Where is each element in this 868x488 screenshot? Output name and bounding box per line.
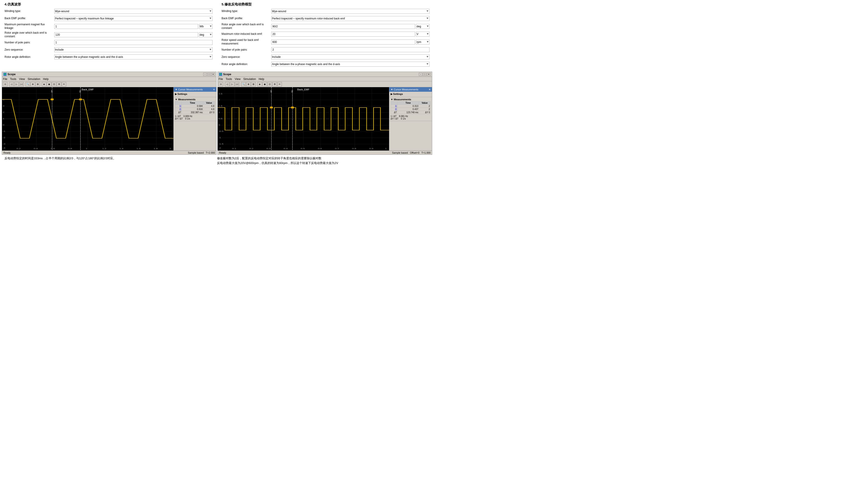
svg-text:0.5: 0.5 [218,118,222,120]
right-maxbackemf-unit[interactable]: V [416,32,430,37]
right-offset-value: Offset=0 [410,151,420,154]
right-rotorspeed-unit[interactable]: rpm [416,39,430,44]
left-backemf-select[interactable]: Perfect trapezoid – specify maximum flux… [54,16,213,21]
left-tb-zoom-out[interactable]: ◁ [9,82,14,87]
left-cursor-table: Time Value 1| 0.584 4.8 [175,101,215,114]
left-scope-plot[interactable]: Back_EMF [2,87,174,151]
right-tb-param2[interactable]: ◉ [262,82,267,87]
left-tb-print[interactable]: ⊙ [3,82,7,87]
right-waveform-svg: 1 2 2.5 2 1.5 1 0.5 0 -0.5 -1 -1.5 -2 [218,87,389,151]
left-tb-step[interactable]: ▷| [19,82,24,87]
right-tb-param1[interactable]: ◈ [257,82,262,87]
right-menu-tools[interactable]: Tools [225,77,232,80]
svg-text:1.5: 1.5 [218,105,222,107]
left-rotorangle-input[interactable] [54,32,198,37]
right-annotation-line2: 反电动势最大值为20V@600rpm，仿真的转速为60rpm，所以这个转速下反电… [217,161,430,166]
right-rotorangle-input[interactable] [271,24,415,29]
right-tb-print[interactable]: ⊙ [219,82,223,87]
left-scope-icon [3,73,6,76]
left-fluxlinkage-unit[interactable]: Wb [199,24,213,29]
right-rotorangdef-select[interactable]: Angle between the a-phase magnetic axis … [271,62,430,67]
left-rotorangdef-select[interactable]: Angle between the a-phase magnetic axis … [54,55,213,59]
left-tb-fit[interactable]: ⊞ [35,82,40,87]
left-polepairs-input[interactable] [54,40,213,45]
right-cursor-row2-value: 2 [419,108,431,111]
right-tb-step[interactable]: ▷| [235,82,239,87]
left-scope-close-btn[interactable]: ✕ [211,73,215,76]
left-tb-param3[interactable]: ⊡ [52,82,56,87]
left-tb-param2[interactable]: ◉ [47,82,51,87]
left-tb-zoom[interactable]: 🔍 [26,82,30,87]
left-cursor-measurements-toggle[interactable]: ▼ Measurements [175,98,215,101]
right-tb-zoom[interactable]: 🔍 [241,82,246,87]
right-tb-zoom-out[interactable]: ◁ [225,82,229,87]
right-maxbackemf-input[interactable] [271,32,415,37]
svg-text:1: 1 [270,90,272,93]
left-menu-simulation[interactable]: Simulation [28,77,40,80]
left-scope-minimize-btn[interactable]: − [203,73,207,76]
svg-text:0.2: 0.2 [17,148,21,150]
right-tb-play[interactable]: ▷ [230,82,235,87]
svg-point-65 [270,106,273,109]
right-rotorspeed-row: Rotor speed used for back emf measuremen… [221,38,430,45]
right-menu-simulation[interactable]: Simulation [243,77,256,80]
left-tb-param1[interactable]: ◈ [42,82,46,87]
right-cursor-freq-val: 1 / ΔT 8.081 Hz [391,115,431,118]
right-winding-select[interactable]: Wye-wound [271,9,430,14]
left-panel-title: 4.仿真波形 [4,2,213,6]
right-backemf-row: Back EMF profile: Perfect trapezoid – sp… [221,15,430,22]
left-polepairs-row: Number of pole pairs: [4,39,213,45]
right-cursor-row2-time: 0.437 [397,108,419,111]
left-cursor-delta-label: ΔT [175,111,182,114]
left-winding-label: Winding type: [4,9,54,13]
svg-text:2: 2 [79,90,81,93]
right-menu-file[interactable]: File [219,77,223,80]
right-backemf-label: Back EMF profile: [221,17,271,20]
left-rotorangle-unit[interactable]: deg [199,32,213,37]
left-menu-file[interactable]: File [3,77,7,80]
right-rotorspeed-input[interactable] [271,39,415,44]
right-annotation: 修改极对数为2后，配置的反电动势恒定对应的转子角度也相应的需要除以极对数 反电动… [217,156,430,166]
left-scope-maximize-btn[interactable]: □ [207,73,211,76]
right-menu-view[interactable]: View [235,77,241,80]
right-tb-edit[interactable]: ✏ [277,82,282,87]
right-scope-close-btn[interactable]: ✕ [427,73,431,76]
right-cursor-settings-section: ▶ Settings [389,92,432,97]
right-maxbackemf-row: Maximum rotor-induced back emf: V [221,31,430,37]
left-cursor-panel-header: ▼ Cursor Measurements ✕ [174,87,216,92]
svg-point-21 [51,98,54,101]
right-tb-fit[interactable]: ⊞ [251,82,256,87]
left-tb-edit[interactable]: ✏ [62,82,66,87]
right-cursor-row-1: 1| 0.313 2 [391,105,431,108]
right-cursor-panel-header: ▼ Cursor Measurements ✕ [389,87,432,92]
right-tb-cursor[interactable]: ⊕ [246,82,251,87]
left-menu-tools[interactable]: Tools [10,77,16,80]
right-tb-param3[interactable]: ⊡ [268,82,272,87]
right-tb-settings[interactable]: ⚙ [272,82,277,87]
right-menu-help[interactable]: Help [258,77,264,80]
left-tb-settings[interactable]: ⚙ [57,82,61,87]
left-menu-view[interactable]: View [19,77,25,80]
right-polepairs-input[interactable] [271,47,430,52]
svg-point-22 [79,98,82,101]
left-zeroseq-select[interactable]: Include [54,47,213,52]
right-cursor-close[interactable]: ✕ [429,88,431,91]
right-cursor-col-time: Time [397,101,419,105]
right-rotorangdef-row: Rotor angle definition: Angle between th… [221,61,430,67]
right-cursor-measurements-toggle[interactable]: ▼ Measurements [391,98,431,101]
left-tb-cursor[interactable]: ⊕ [31,82,35,87]
right-scope-minimize-btn[interactable]: − [419,73,423,76]
left-menu-help[interactable]: Help [43,77,49,80]
left-winding-select[interactable]: Wye-wound [54,9,213,14]
left-fluxlinkage-input[interactable] [54,24,198,29]
right-t-value: T=1.000 [421,151,431,154]
left-cursor-close[interactable]: ✕ [213,88,215,91]
right-backemf-select[interactable]: Perfect trapezoid – specify maximum roto… [271,16,430,21]
right-scope-plot[interactable]: Back_EMF [218,87,389,151]
left-cursor-settings-toggle[interactable]: ▶ Settings [175,93,215,96]
right-cursor-settings-toggle[interactable]: ▶ Settings [391,93,431,96]
left-tb-play[interactable]: ▷ [14,82,19,87]
right-zeroseq-select[interactable]: Include [271,55,430,59]
right-scope-maximize-btn[interactable]: □ [423,73,427,76]
right-rotorangle-unit[interactable]: deg [416,24,430,29]
